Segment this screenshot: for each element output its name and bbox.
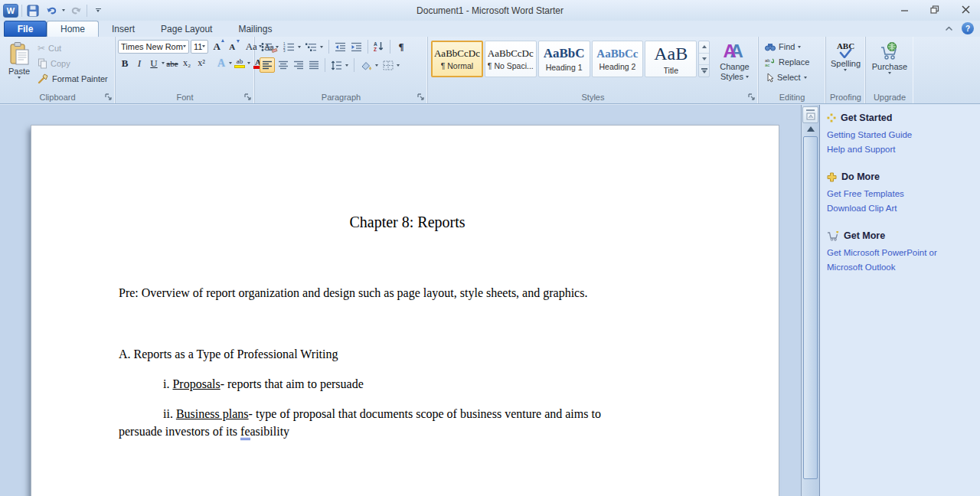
paragraph-heading-a: A. Reports as a Type of Professional Wri… — [119, 345, 696, 363]
ruler-toggle-icon — [806, 113, 815, 120]
numbering-button[interactable]: 123 — [282, 39, 302, 54]
clipboard-dialog-launcher-icon[interactable] — [105, 93, 113, 101]
document-page[interactable]: Chapter 8: Reports Pre: Overview of repo… — [31, 125, 779, 496]
paragraph-dialog-launcher-icon[interactable] — [417, 93, 425, 101]
text-effects-glyph: A — [217, 57, 225, 70]
shrink-font-button[interactable]: A — [225, 39, 239, 54]
link-getting-started-guide[interactable]: Getting Started Guide — [827, 128, 974, 142]
subscript-button[interactable]: x₂ — [180, 56, 194, 70]
font-family-combo[interactable]: Times New Rom — [118, 40, 189, 54]
tab-insert[interactable]: Insert — [99, 21, 148, 37]
section-get-started: Get Started Getting Started Guide Help a… — [827, 113, 974, 157]
highlight-glyph: ab — [237, 58, 243, 65]
close-button[interactable] — [956, 3, 975, 16]
multilevel-list-button[interactable] — [304, 39, 325, 54]
style-no-spacing[interactable]: AaBbCcDc ¶ No Spaci... — [485, 41, 537, 77]
change-styles-button[interactable]: A A Change Styles — [714, 39, 756, 81]
format-painter-button[interactable]: Format Painter — [36, 71, 109, 86]
bold-button[interactable]: B — [118, 56, 132, 70]
text-effects-arrow[interactable] — [229, 62, 232, 64]
tab-file[interactable]: File — [4, 21, 47, 37]
decrease-indent-button[interactable] — [333, 39, 348, 54]
change-styles-label1: Change — [720, 62, 750, 71]
sort-button[interactable]: A Z — [372, 39, 386, 54]
highlight-button[interactable]: ab — [233, 56, 247, 70]
increase-indent-button[interactable] — [349, 39, 364, 54]
scissors-icon: ✂ — [38, 43, 45, 54]
replace-icon: ab ac — [765, 57, 776, 67]
highlight-arrow[interactable] — [247, 62, 250, 64]
grow-font-button[interactable]: A — [210, 39, 224, 54]
underlined-term: Proposals — [172, 377, 220, 390]
style-heading1[interactable]: AaBbC Heading 1 — [538, 41, 590, 77]
style-title-preview: AaB — [654, 44, 688, 64]
minimize-icon — [900, 6, 909, 14]
tab-mailings[interactable]: Mailings — [225, 21, 285, 37]
help-icon[interactable]: ? — [962, 22, 974, 34]
get-started-title: Get Started — [841, 113, 892, 123]
find-icon — [765, 43, 776, 51]
align-left-button[interactable] — [260, 57, 275, 73]
spelling-button[interactable]: ABC Spelling — [831, 39, 861, 91]
shading-button[interactable] — [358, 57, 380, 73]
italic-button[interactable]: I — [132, 56, 146, 70]
replace-button[interactable]: ab ac Replace — [763, 54, 823, 70]
cut-button: ✂ Cut — [36, 41, 109, 56]
minimize-button[interactable] — [894, 3, 914, 16]
line-spacing-button[interactable] — [329, 57, 350, 73]
link-get-free-templates[interactable]: Get Free Templates — [827, 187, 974, 201]
link-get-powerpoint-outlook[interactable]: Get Microsoft PowerPoint or Microsoft Ou… — [827, 246, 974, 275]
shading-arrow — [375, 64, 378, 67]
scrollbar-thumb[interactable] — [803, 136, 818, 479]
styles-scroll-up[interactable] — [699, 41, 709, 54]
purchase-button[interactable]: Purchase — [872, 39, 907, 91]
style-heading2[interactable]: AaBbCc Heading 2 — [592, 41, 644, 77]
superscript-button[interactable]: x² — [194, 56, 208, 70]
underline-dropdown-arrow[interactable] — [162, 62, 165, 64]
ruler-toggle-button[interactable] — [802, 106, 818, 123]
align-center-button[interactable] — [276, 57, 290, 73]
styles-gallery-expand[interactable] — [699, 65, 709, 77]
link-download-clip-art[interactable]: Download Clip Art — [827, 201, 974, 216]
style-normal-preview: AaBbCcDc — [434, 47, 480, 60]
paste-dropdown-arrow[interactable] — [18, 77, 21, 79]
strikethrough-button[interactable]: abe — [165, 56, 179, 70]
paste-button[interactable]: Paste — [2, 39, 36, 91]
svg-text:A: A — [374, 41, 377, 47]
tab-home[interactable]: Home — [47, 21, 99, 37]
paragraph-pre: Pre: Overview of report organization and… — [119, 284, 696, 302]
text-effects-button[interactable]: A — [214, 56, 228, 70]
document-area: Chapter 8: Reports Pre: Overview of repo… — [0, 105, 801, 496]
align-right-button[interactable] — [292, 57, 305, 73]
restore-button[interactable] — [925, 3, 945, 16]
style-normal[interactable]: AaBbCcDc ¶ Normal — [431, 41, 483, 77]
tab-page-layout[interactable]: Page Layout — [148, 21, 225, 37]
group-upgrade: Purchase Upgrade — [866, 37, 913, 103]
scroll-up-button[interactable] — [802, 123, 818, 135]
borders-button[interactable] — [381, 57, 401, 73]
get-more-title: Get More — [844, 230, 885, 241]
find-arrow — [798, 46, 801, 48]
style-title[interactable]: AaB Title — [645, 41, 697, 77]
highlight-color-bar — [234, 65, 245, 68]
font-family-arrow — [183, 45, 186, 47]
show-hide-pilcrow-button[interactable]: ¶ — [394, 40, 408, 54]
font-dialog-launcher-icon[interactable] — [244, 93, 252, 101]
shrink-arrow-icon — [237, 40, 240, 43]
bullets-button[interactable] — [260, 39, 280, 54]
justify-button[interactable] — [307, 57, 321, 73]
style-heading2-label: Heading 2 — [599, 62, 636, 71]
underline-button[interactable]: U — [147, 56, 161, 70]
minimize-ribbon-icon[interactable] — [944, 24, 954, 32]
justify-icon — [309, 60, 319, 70]
styles-dialog-launcher-icon[interactable] — [748, 93, 756, 101]
link-help-and-support[interactable]: Help and Support — [827, 142, 974, 157]
clipboard-group-label: Clipboard — [39, 93, 75, 102]
group-paragraph: 123 — [255, 37, 428, 103]
find-button[interactable]: Find — [763, 39, 823, 54]
select-button[interactable]: Select — [763, 70, 823, 85]
vertical-scrollbar[interactable] — [801, 105, 820, 496]
window-title: Document1 - Microsoft Word Starter — [0, 5, 980, 16]
styles-scroll-down[interactable] — [699, 54, 709, 66]
font-size-combo[interactable]: 11 — [191, 40, 208, 54]
